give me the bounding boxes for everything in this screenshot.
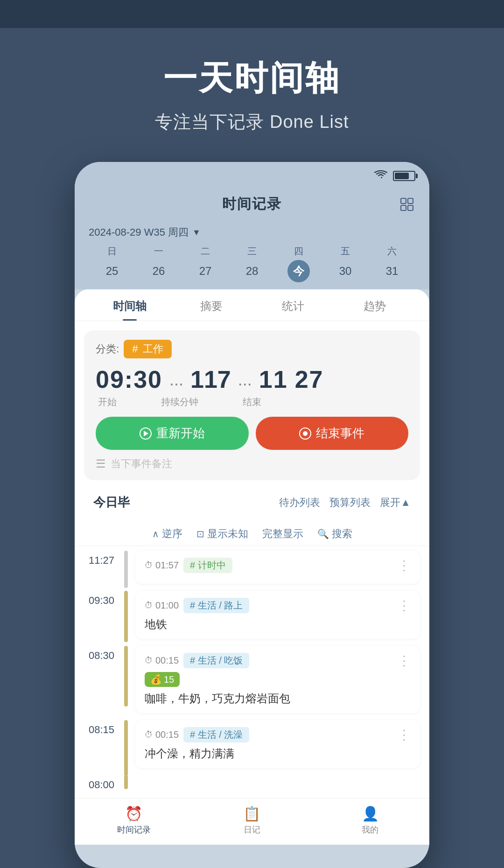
bar-col-0815 xyxy=(121,720,131,773)
svg-rect-0 xyxy=(401,198,406,203)
clock-nav-icon: ⏰ xyxy=(125,805,142,822)
filter-full-display[interactable]: 完整显示 xyxy=(262,527,303,541)
expand-label: 展开 xyxy=(380,497,400,508)
nav-diary-label: 日记 xyxy=(244,824,260,835)
today-actions: 待办列表 预算列表 展开▲ xyxy=(279,496,411,510)
event-more-icon[interactable]: ⋮ xyxy=(398,558,411,573)
timeline-bar-golden xyxy=(124,591,128,642)
clock-icon: ⏱ xyxy=(145,601,153,610)
filter-reverse[interactable]: ∧ 逆序 xyxy=(152,527,182,541)
note-icon: ☰ xyxy=(96,457,106,470)
nav-diary[interactable]: 📋 日记 xyxy=(193,805,311,835)
day-wed[interactable]: 三 28 xyxy=(241,245,263,282)
time-1127: 11:27 xyxy=(84,551,121,588)
event-meta: ⏱ 00:15 # 生活 / 洗澡 xyxy=(145,727,249,742)
main-content: 时间轴 摘要 统计 趋势 分类: # 工作 09:30 ... 117 ... … xyxy=(75,289,429,845)
event-duration: ⏱ 00:15 xyxy=(145,729,179,740)
note-row[interactable]: ☰ 当下事件备注 xyxy=(96,457,408,471)
event-tag-road: # 生活 / 路上 xyxy=(183,598,249,613)
week-arrow: ▼ xyxy=(192,228,201,238)
filter-reverse-label: 逆序 xyxy=(162,527,182,541)
action-buttons: 重新开始 结束事件 xyxy=(96,417,408,450)
label-duration: 持续分钟 xyxy=(161,396,198,408)
time-0830: 08:30 xyxy=(84,646,121,718)
tab-stats[interactable]: 统计 xyxy=(252,299,334,321)
app-header-title: 时间记录 xyxy=(222,195,282,214)
clock-icon: ⏱ xyxy=(145,560,153,570)
category-row: 分类: # 工作 xyxy=(96,340,408,358)
timeline-group-0815: 08:15 ⏱ 00:15 # 生活 / 洗澡 ⋮ xyxy=(84,720,420,773)
dots1: ... xyxy=(169,370,183,390)
expand-button[interactable]: 展开▲ xyxy=(380,496,411,510)
filter-show-unknown[interactable]: ⊡ 显示未知 xyxy=(196,527,248,541)
event-more-icon[interactable]: ⋮ xyxy=(398,598,411,613)
nav-mine[interactable]: 👤 我的 xyxy=(311,805,429,835)
title-section: 一天时间轴 专注当下记录 Done List xyxy=(0,28,504,153)
budget-list-button[interactable]: 预算列表 xyxy=(329,496,371,510)
note-placeholder: 当下事件备注 xyxy=(111,457,172,471)
week-label[interactable]: 2024-08-29 W35 周四 ▼ xyxy=(89,225,415,239)
timeline-bar-golden-2 xyxy=(124,646,128,707)
tab-timeline[interactable]: 时间轴 xyxy=(89,299,170,321)
event-more-icon[interactable]: ⋮ xyxy=(398,653,411,668)
category-label: 分类: xyxy=(96,342,119,356)
day-sat[interactable]: 六 31 xyxy=(381,245,403,282)
time-0800: 08:00 xyxy=(84,775,121,791)
day-tue[interactable]: 二 27 xyxy=(194,245,217,282)
day-sun[interactable]: 日 25 xyxy=(101,245,123,282)
eye-icon: ⊡ xyxy=(196,528,204,539)
category-tag: # 工作 xyxy=(124,340,171,358)
todo-list-button[interactable]: 待办列表 xyxy=(279,496,320,510)
event-meta: ⏱ 01:57 # 计时中 xyxy=(145,558,232,573)
event-header: ⏱ 01:00 # 生活 / 路上 ⋮ xyxy=(145,598,411,613)
nav-time-record[interactable]: ⏰ 时间记录 xyxy=(75,805,193,835)
status-icons xyxy=(374,169,415,182)
restart-button[interactable]: 重新开始 xyxy=(96,417,249,450)
stop-icon xyxy=(299,427,311,440)
current-event-card: 分类: # 工作 09:30 ... 117 ... 11 27 开始 持续分钟… xyxy=(84,330,420,480)
timeline-group-0800: 08:00 xyxy=(84,775,420,791)
start-time: 09:30 xyxy=(96,365,162,393)
event-duration: ⏱ 01:00 xyxy=(145,600,179,611)
event-card-shower[interactable]: ⏱ 00:15 # 生活 / 洗澡 ⋮ 冲个澡，精力满满 xyxy=(135,720,420,768)
nav-mine-label: 我的 xyxy=(362,824,378,835)
day-mon[interactable]: 一 26 xyxy=(147,245,170,282)
filter-row: ∧ 逆序 ⊡ 显示未知 完整显示 🔍 搜索 xyxy=(75,522,429,546)
wifi-icon xyxy=(374,169,387,182)
label-end: 结束 xyxy=(243,396,261,408)
duration-text: 01:00 xyxy=(155,600,179,611)
timeline: 11:27 ⏱ 01:57 # 计时中 ⋮ xyxy=(75,546,429,798)
phone-status-bar xyxy=(75,162,429,190)
label-start: 开始 xyxy=(98,396,117,408)
sub-title: 专注当下记录 Done List xyxy=(19,110,485,134)
filter-search[interactable]: 🔍 搜索 xyxy=(317,527,352,541)
day-fri[interactable]: 五 30 xyxy=(334,245,357,282)
expand-button[interactable] xyxy=(399,196,415,213)
bar-col-0930 xyxy=(121,591,131,644)
timeline-bar-golden-3 xyxy=(124,720,128,776)
end-button[interactable]: 结束事件 xyxy=(256,417,409,450)
bar-col-1127 xyxy=(121,551,131,588)
tab-summary[interactable]: 摘要 xyxy=(170,299,252,321)
event-card-eat[interactable]: ⏱ 00:15 # 生活 / 吃饭 ⋮ 💰 15 咖啡，牛奶，巧克力熔岩面包 xyxy=(135,646,420,713)
day-thu-today[interactable]: 四 今 xyxy=(287,245,310,282)
event-tag-shower: # 生活 / 洗澡 xyxy=(183,727,249,742)
timeline-group-1127: 11:27 ⏱ 01:57 # 计时中 ⋮ xyxy=(84,551,420,588)
event-more-icon[interactable]: ⋮ xyxy=(398,727,411,742)
svg-rect-1 xyxy=(408,198,413,203)
event-card-road[interactable]: ⏱ 01:00 # 生活 / 路上 ⋮ 地铁 xyxy=(135,591,420,639)
timeline-bar-golden-4 xyxy=(124,775,128,789)
tab-trend[interactable]: 趋势 xyxy=(334,299,415,321)
bar-col-0800 xyxy=(121,775,131,791)
bottom-nav: ⏰ 时间记录 📋 日记 👤 我的 xyxy=(75,798,429,845)
end-time-m: 27 xyxy=(295,365,324,393)
time-labels: 开始 持续分钟 结束 xyxy=(96,396,408,408)
event-duration: ⏱ 01:57 xyxy=(145,560,179,571)
status-bar xyxy=(0,0,504,28)
dots2: ... xyxy=(238,370,252,390)
filter-unknown-label: 显示未知 xyxy=(207,527,248,541)
event-card-timing[interactable]: ⏱ 01:57 # 计时中 ⋮ xyxy=(135,551,420,584)
today-done-label: 今日毕 xyxy=(93,494,130,511)
event-tag-timing: # 计时中 xyxy=(183,558,232,573)
time-0930: 09:30 xyxy=(84,591,121,644)
